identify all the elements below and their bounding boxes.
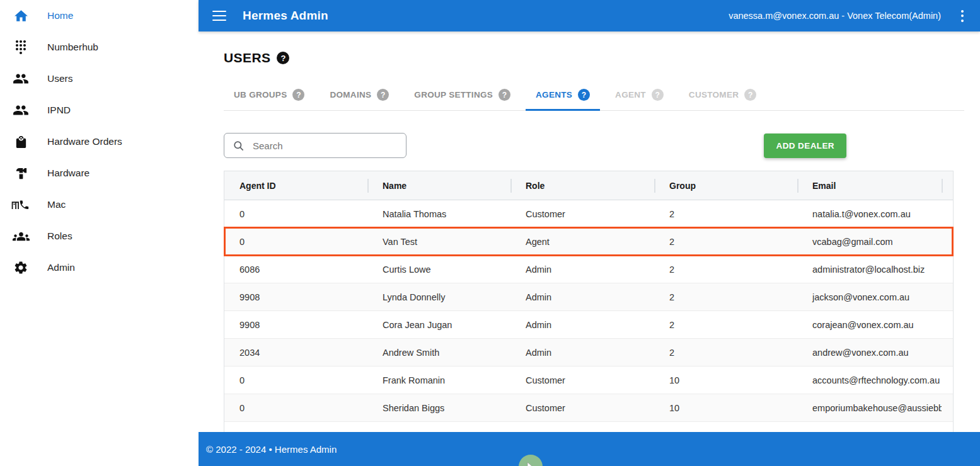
table-row[interactable]: 0Frank RomaninCustomer10accounts@rftechn… — [224, 367, 953, 394]
cell-group: 10 — [654, 403, 797, 413]
help-icon[interactable] — [377, 89, 389, 101]
cell-email: corajean@vonex.com.au — [797, 320, 942, 330]
hammer-icon — [11, 165, 30, 181]
cell-agent-id: 0 — [224, 237, 367, 247]
sidebar-item-label: Admin — [47, 262, 75, 273]
tab-domains[interactable]: DOMAINS — [320, 81, 399, 110]
table-row[interactable]: 0Sheridan BiggsCustomer10emporiumbakehou… — [224, 394, 953, 422]
table-header-cell-role: Role — [510, 171, 654, 200]
mouse-cursor-icon — [527, 462, 534, 466]
table-row[interactable]: 0Natalia ThomasCustomer2natalia.t@vonex.… — [224, 200, 953, 228]
cell-agent-id: 0 — [224, 209, 367, 219]
cell-name: Lynda Donnelly — [367, 292, 510, 302]
menu-icon[interactable] — [211, 8, 228, 24]
tab-group-settings[interactable]: GROUP SETTINGS — [404, 81, 521, 110]
help-icon[interactable] — [652, 89, 664, 101]
app-title: Hermes Admin — [243, 9, 328, 23]
table-row[interactable]: 6086Curtis LoweAdmin2administrator@local… — [224, 256, 953, 283]
page-title: USERS — [224, 50, 270, 65]
cell-name: Andrew Smith — [367, 348, 510, 358]
cell-group: 2 — [654, 320, 797, 330]
cell-email: jackson@vonex.com.au — [797, 292, 942, 302]
sidebar-item-label: Numberhub — [47, 42, 98, 53]
cell-group: 10 — [654, 375, 797, 385]
agents-table: Agent IDNameRoleGroupEmail 0Natalia Thom… — [224, 171, 954, 450]
table-header-cell-group: Group — [654, 171, 797, 200]
cell-group: 2 — [654, 348, 797, 358]
footer: © 2022 - 2024 • Hermes Admin — [199, 432, 980, 466]
toolbar: ADD DEALER — [224, 133, 954, 158]
cell-group: 2 — [654, 264, 797, 275]
cell-agent-id: 0 — [224, 403, 367, 413]
cell-group: 2 — [654, 237, 797, 247]
cell-name: Frank Romanin — [367, 375, 510, 385]
cell-agent-id: 6086 — [224, 264, 367, 275]
table-row[interactable]: 9908Cora Jean JuganAdmin2corajean@vonex.… — [224, 311, 953, 339]
page-head: USERS — [224, 50, 980, 65]
sidebar-item-roles[interactable]: Roles — [0, 220, 199, 252]
sidebar-item-label: Hardware — [47, 168, 89, 179]
groups-icon — [11, 228, 30, 244]
table-row[interactable]: 9908Lynda DonnellyAdmin2jackson@vonex.co… — [224, 283, 953, 311]
sidebar-item-users[interactable]: Users — [0, 63, 199, 94]
sidebar: HomeNumberhubUsersIPNDHardware OrdersHar… — [0, 0, 199, 466]
account-label: vanessa.m@vonex.com.au - Vonex Telecom(A… — [729, 11, 941, 21]
top-app-bar: Hermes Admin vanessa.m@vonex.com.au - Vo… — [199, 0, 980, 31]
people-icon — [11, 71, 30, 87]
sidebar-item-label: Roles — [47, 230, 72, 242]
help-icon[interactable] — [292, 89, 304, 101]
tab-label: GROUP SETTINGS — [414, 90, 493, 99]
cell-email: administrator@localhost.biz — [797, 264, 942, 275]
help-icon[interactable] — [744, 89, 756, 101]
cell-name: Cora Jean Jugan — [367, 320, 510, 330]
cell-name: Van Test — [367, 237, 510, 247]
cell-group: 2 — [654, 209, 797, 219]
copyright-label: © 2022 - 2024 • Hermes Admin — [206, 444, 337, 455]
sidebar-item-ipnd[interactable]: IPND — [0, 94, 199, 126]
tab-customer[interactable]: CUSTOMER — [679, 81, 766, 110]
cell-email: andrew@vonex.com.au — [797, 348, 942, 358]
tab-agents[interactable]: AGENTS — [526, 81, 600, 110]
cell-agent-id: 0 — [224, 375, 367, 385]
cell-role: Admin — [510, 348, 654, 358]
sidebar-item-label: Home — [47, 10, 73, 21]
tab-label: UB GROUPS — [234, 90, 287, 99]
shopping-bag-icon — [11, 134, 30, 150]
tab-bar: UB GROUPSDOMAINSGROUP SETTINGSAGENTSAGEN… — [224, 81, 964, 111]
tab-label: CUSTOMER — [689, 90, 739, 99]
sidebar-item-numberhub[interactable]: Numberhub — [0, 31, 199, 63]
home-icon — [11, 8, 30, 24]
cell-email: vcabag@gmail.com — [797, 237, 942, 247]
main-content: USERS UB GROUPSDOMAINSGROUP SETTINGSAGEN… — [199, 31, 980, 466]
sidebar-item-hardware-orders[interactable]: Hardware Orders — [0, 126, 199, 157]
cell-agent-id: 9908 — [224, 292, 367, 302]
cell-role: Customer — [510, 403, 654, 413]
tab-label: DOMAINS — [330, 90, 371, 99]
search-input[interactable] — [251, 140, 398, 152]
table-header-cell-name: Name — [367, 171, 510, 200]
cell-name: Natalia Thomas — [367, 209, 510, 219]
sidebar-item-mac[interactable]: Mac — [0, 189, 199, 220]
sidebar-item-label: Hardware Orders — [47, 136, 122, 147]
sidebar-item-hardware[interactable]: Hardware — [0, 157, 199, 189]
help-icon[interactable] — [499, 89, 510, 101]
add-dealer-button[interactable]: ADD DEALER — [764, 134, 846, 158]
cell-email: natalia.t@vonex.com.au — [797, 209, 942, 219]
tab-label: AGENT — [615, 90, 646, 99]
table-header-cell-empty — [942, 171, 957, 200]
table-row-highlighted[interactable]: 0Van TestAgent2vcabag@gmail.com — [224, 228, 953, 256]
kebab-menu-icon[interactable] — [957, 8, 967, 24]
table-header-cell-email: Email — [797, 171, 942, 200]
dialpad-icon — [11, 39, 30, 55]
cell-agent-id: 2034 — [224, 348, 367, 358]
search-icon — [233, 140, 245, 152]
sidebar-item-admin[interactable]: Admin — [0, 252, 199, 283]
sidebar-item-home[interactable]: Home — [0, 0, 199, 31]
tab-agent[interactable]: AGENT — [605, 81, 674, 110]
table-row[interactable]: 2034Andrew SmithAdmin2andrew@vonex.com.a… — [224, 339, 953, 367]
cell-group: 2 — [654, 292, 797, 302]
tab-ub-groups[interactable]: UB GROUPS — [224, 81, 314, 110]
help-icon[interactable] — [578, 89, 590, 101]
search-box[interactable] — [224, 133, 406, 158]
help-icon[interactable] — [277, 52, 289, 64]
